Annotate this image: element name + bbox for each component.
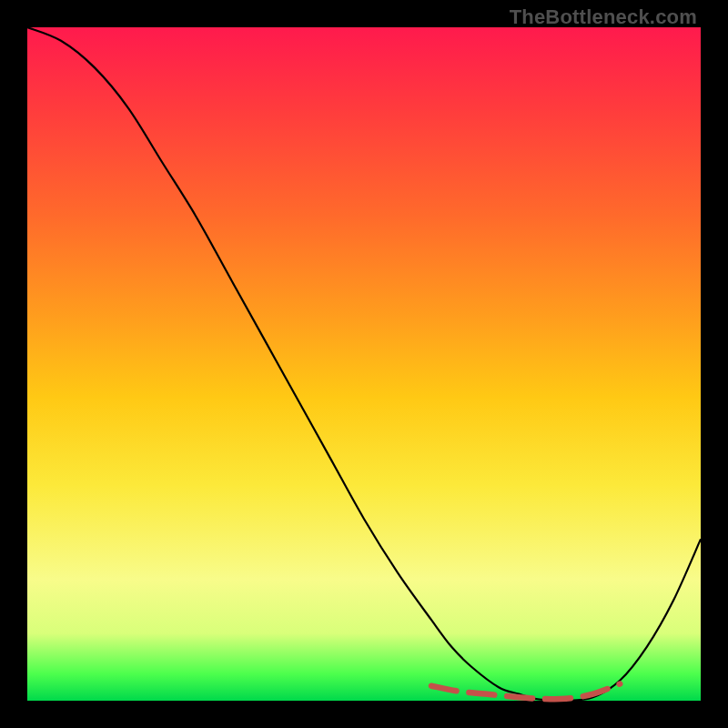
bottleneck-curve bbox=[27, 27, 701, 701]
watermark-text: TheBottleneck.com bbox=[510, 5, 697, 29]
chart-svg bbox=[27, 27, 701, 701]
optimal-range-marker bbox=[431, 684, 620, 700]
chart-frame: TheBottleneck.com bbox=[0, 0, 728, 728]
